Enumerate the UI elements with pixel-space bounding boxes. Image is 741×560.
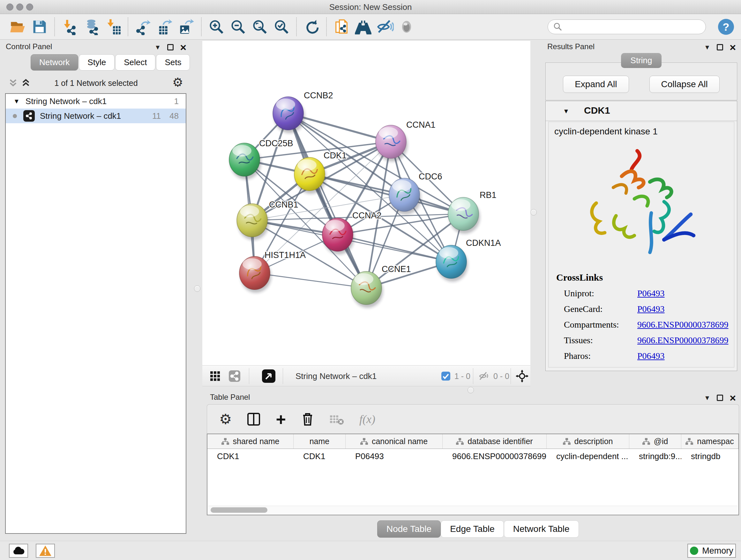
tab-node-table[interactable]: Node Table [377, 520, 441, 538]
export-image-icon[interactable] [177, 17, 196, 36]
crosslink-link[interactable]: P06493 [637, 351, 665, 361]
birdseye-view-icon[interactable] [262, 366, 276, 387]
cloud-status-button[interactable] [9, 544, 28, 558]
table-row[interactable]: CDK1CDK1P064939606.ENSP00000378699cyclin… [207, 449, 738, 463]
crosslink-link[interactable]: 9606.ENSP00000378699 [637, 335, 728, 346]
node-CDKN1A[interactable]: CDKN1A [436, 238, 501, 282]
column-header-shared-name[interactable]: shared name [207, 434, 293, 449]
grid-view-icon[interactable] [210, 366, 220, 387]
column-header-database-identifier[interactable]: database identifier [443, 434, 547, 449]
table-settings-gear-icon[interactable]: ⚙ [219, 411, 232, 427]
node-label: CDK1 [324, 151, 347, 160]
tab-string[interactable]: String [621, 53, 662, 68]
tab-sets[interactable]: Sets [156, 54, 190, 71]
cloud-icon [12, 546, 25, 556]
panel-menu-icon[interactable]: ▼ [154, 44, 161, 51]
help-icon[interactable]: ? [718, 19, 734, 35]
hidden-nodes-indicator[interactable]: 0 - 0 [479, 366, 509, 387]
crosslink-link[interactable]: P06493 [637, 304, 665, 314]
panel-close-icon[interactable]: × [180, 44, 186, 51]
column-header-namespac[interactable]: namespac [681, 434, 738, 449]
zoom-selected-icon[interactable] [272, 17, 291, 36]
toolbar-separator [54, 17, 55, 36]
node-RB1[interactable]: RB1 [448, 190, 496, 234]
import-table-icon[interactable] [104, 17, 122, 36]
control-panel-title: Control Panel [6, 42, 52, 51]
node-CCNB1[interactable]: CCNB1 [237, 200, 298, 240]
tab-edge-table[interactable]: Edge Table [441, 520, 504, 538]
warning-status-button[interactable] [36, 544, 55, 558]
node-table: shared namenamecanonical namedatabase id… [207, 434, 739, 515]
right-splitter-handle[interactable] [530, 209, 537, 215]
panel-float-icon[interactable] [167, 44, 174, 51]
zoom-in-icon[interactable] [207, 17, 226, 36]
duplicate-document-icon[interactable] [332, 17, 351, 36]
export-network-icon[interactable] [134, 17, 152, 36]
title-bar: Session: New Session [0, 0, 741, 14]
panel-float-icon[interactable] [717, 395, 723, 401]
expand-all-button[interactable]: Expand All [563, 76, 629, 93]
network-list-icon[interactable] [228, 366, 241, 387]
eye-icon[interactable] [397, 17, 416, 36]
node-CCNE1[interactable]: CCNE1 [351, 264, 411, 308]
checkbox-icon [441, 371, 451, 381]
memory-label: Memory [702, 546, 733, 556]
node-HIST1H1A[interactable]: HIST1H1A [239, 250, 306, 293]
zoom-fit-icon[interactable] [251, 17, 269, 36]
tree-caret-icon[interactable]: ▼ [13, 98, 20, 105]
column-header-description[interactable]: description [547, 434, 629, 449]
crosslink-row: Tissues:9606.ENSP00000378699 [556, 335, 734, 346]
crosshair-icon[interactable] [516, 366, 529, 387]
panel-menu-icon[interactable]: ▼ [704, 394, 711, 401]
search-input[interactable] [562, 22, 697, 31]
node-CDK1[interactable]: CDK1 [294, 151, 347, 194]
entry-caret-icon[interactable]: ▼ [563, 108, 569, 115]
selected-nodes-indicator[interactable]: 1 - 0 [441, 366, 470, 387]
collapse-all-button[interactable]: Collapse All [650, 76, 720, 93]
main-toolbar: ? [0, 14, 741, 40]
crosslink-label: Tissues: [564, 335, 637, 346]
horizontal-scrollbar[interactable] [208, 506, 738, 514]
network-label: String Network – cdk1 [40, 111, 121, 121]
add-column-icon[interactable]: + [276, 413, 286, 426]
crosslink-link[interactable]: 9606.ENSP00000378699 [637, 320, 728, 330]
tab-network-table[interactable]: Network Table [504, 520, 579, 538]
control-panel: Control Panel ▼ × NetworkStyleSelectSets… [3, 42, 190, 541]
scrollbar-thumb[interactable] [211, 507, 267, 513]
panel-close-icon[interactable]: × [730, 395, 736, 401]
binoculars-icon[interactable] [354, 17, 373, 36]
crosslink-row: GeneCard:P06493 [556, 304, 734, 314]
result-entry-header[interactable]: ▼ CDK1 [546, 101, 737, 121]
panel-close-icon[interactable]: × [730, 44, 736, 51]
crosslink-link[interactable]: P06493 [637, 288, 665, 299]
export-table-icon[interactable] [155, 17, 174, 36]
columns-icon[interactable] [247, 413, 260, 426]
column-header-canonical-name[interactable]: canonical name [346, 434, 443, 449]
node-CCNA1[interactable]: CCNA1 [376, 120, 435, 162]
column-header-name[interactable]: name [293, 434, 346, 449]
save-icon[interactable] [30, 17, 49, 36]
network-collection-row[interactable]: ▼ String Network – cdk1 1 [6, 94, 186, 109]
memory-button[interactable]: Memory [687, 544, 736, 558]
import-network-icon[interactable] [60, 17, 79, 36]
eye-slash-icon[interactable] [376, 17, 394, 36]
network-view[interactable]: CCNB2CCNA1CDC25BCDK1CDC6RB1CCNB1CCNA2CDK… [202, 41, 530, 365]
node-CDC6[interactable]: CDC6 [389, 172, 442, 214]
left-splitter-handle[interactable] [194, 286, 200, 292]
gear-icon[interactable]: ⚙ [172, 75, 183, 89]
column-header--id[interactable]: @id [629, 434, 681, 449]
open-folder-icon[interactable] [9, 17, 27, 36]
import-database-icon[interactable] [82, 17, 100, 36]
crosslink-row: Compartments:9606.ENSP00000378699 [556, 320, 734, 330]
zoom-out-icon[interactable] [229, 17, 247, 36]
tab-select[interactable]: Select [115, 54, 155, 71]
tab-network[interactable]: Network [30, 54, 78, 71]
refresh-icon[interactable] [302, 17, 321, 36]
panel-menu-icon[interactable]: ▼ [704, 44, 711, 51]
tab-style[interactable]: Style [79, 54, 115, 71]
status-bar: Memory [0, 541, 741, 560]
string-network-graph[interactable]: CCNB2CCNA1CDC25BCDK1CDC6RB1CCNB1CCNA2CDK… [202, 41, 530, 365]
delete-column-icon[interactable] [301, 412, 314, 426]
network-row[interactable]: String Network – cdk1 11 48 [6, 109, 186, 123]
panel-float-icon[interactable] [717, 44, 723, 51]
